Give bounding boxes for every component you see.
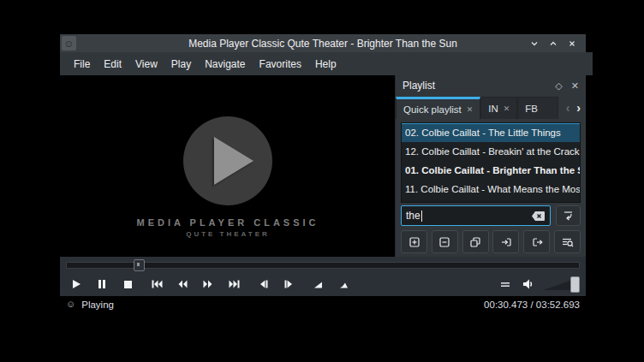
playlist-item[interactable]: 12. Colbie Caillat - Breakin' at the Cra… xyxy=(402,142,580,161)
skip-forward-button[interactable] xyxy=(221,274,247,294)
app-icon: ☺ xyxy=(62,36,76,50)
playlist-list: 02. Colbie Caillat - The Little Things 1… xyxy=(401,122,581,203)
maximize-button[interactable] xyxy=(546,37,560,50)
menu-edit[interactable]: Edit xyxy=(97,55,128,74)
marker-a-icon xyxy=(313,279,324,290)
transport-toolbar xyxy=(60,257,586,296)
goto-current-icon xyxy=(562,210,575,222)
search-list-icon xyxy=(561,236,574,248)
seek-handle[interactable] xyxy=(134,259,145,271)
fast-forward-icon xyxy=(202,278,214,290)
tab-in[interactable]: IN ✕ xyxy=(480,97,517,119)
window-title: Media Player Classic Qute Theater - Brig… xyxy=(60,38,586,50)
tab-label: IN xyxy=(488,104,498,114)
logo-title: MEDIA PLAYER CLASSIC xyxy=(60,217,396,228)
stop-button[interactable] xyxy=(115,274,140,294)
tab-scroll-right-icon[interactable]: › xyxy=(576,101,581,115)
minimize-button[interactable] xyxy=(528,37,541,50)
playlist-item[interactable]: 02. Colbie Caillat - The Little Things xyxy=(402,123,580,142)
menu-bar: File Edit View Play Navigate Favorites H… xyxy=(60,52,593,75)
playlist-tabbar: Quick playlist ✕ IN ✕ FB ‹ › xyxy=(396,97,586,119)
stop-icon xyxy=(122,278,134,290)
tab-scroll-left-icon[interactable]: ‹ xyxy=(566,101,570,115)
menu-view[interactable]: View xyxy=(128,55,164,74)
menu-help[interactable]: Help xyxy=(308,55,343,74)
skip-backward-icon xyxy=(151,278,164,290)
play-button[interactable] xyxy=(63,274,89,294)
export-icon xyxy=(531,236,543,248)
status-smiley-icon: ☺ xyxy=(66,300,75,309)
ab-marker-a-button[interactable] xyxy=(305,274,331,294)
close-panel-icon[interactable]: ✕ xyxy=(571,81,579,91)
import-playlist-button[interactable] xyxy=(492,230,519,253)
title-bar[interactable]: ☺ Media Player Classic Qute Theater - Br… xyxy=(60,34,586,52)
close-button[interactable] xyxy=(565,37,579,50)
frame-step-forward-button[interactable] xyxy=(276,274,301,294)
video-area[interactable]: MEDIA PLAYER CLASSIC QUTE THEATER xyxy=(60,75,396,257)
logo-subtitle: QUTE THEATER xyxy=(60,230,396,238)
step-forward-icon xyxy=(283,278,295,290)
logo-circle xyxy=(183,116,272,205)
float-panel-icon[interactable]: ◇ xyxy=(555,81,562,91)
ab-marker-b-button[interactable] xyxy=(331,274,356,294)
add-item-button[interactable] xyxy=(401,230,427,253)
volume-slider[interactable] xyxy=(544,276,580,292)
skip-backward-button[interactable] xyxy=(144,274,170,294)
rewind-button[interactable] xyxy=(170,274,195,294)
chevron-down-icon xyxy=(529,39,540,49)
play-icon xyxy=(70,278,82,290)
equalizer-menu-button[interactable] xyxy=(498,274,513,294)
quick-search-button[interactable] xyxy=(554,230,581,253)
duplicate-icon xyxy=(469,236,481,248)
menu-favorites[interactable]: Favorites xyxy=(253,55,308,74)
mpc-logo: MEDIA PLAYER CLASSIC QUTE THEATER xyxy=(60,75,396,257)
export-playlist-button[interactable] xyxy=(523,230,550,253)
search-text: the xyxy=(406,210,420,222)
scroll-to-current-button[interactable] xyxy=(556,205,581,226)
play-logo-icon xyxy=(214,137,253,185)
tab-label: FB xyxy=(525,104,538,114)
playlist-item[interactable]: 11. Colbie Caillat - What Means the Most xyxy=(402,180,580,199)
tab-quick-playlist[interactable]: Quick playlist ✕ xyxy=(396,97,480,119)
skip-forward-icon xyxy=(228,278,241,290)
app-window: ☺ Media Player Classic Qute Theater - Br… xyxy=(60,34,586,312)
playlist-toolbar xyxy=(401,230,581,252)
menu-file[interactable]: File xyxy=(67,55,97,74)
backspace-clear-icon xyxy=(531,211,546,222)
step-back-icon xyxy=(258,278,269,290)
volume-handle[interactable] xyxy=(570,276,580,293)
pause-button[interactable] xyxy=(89,274,115,294)
tab-close-icon[interactable]: ✕ xyxy=(504,104,510,113)
playlist-panel-header[interactable]: Playlist ◇ ✕ xyxy=(396,75,586,96)
smiley-icon: ☺ xyxy=(63,39,74,49)
chevron-up-icon xyxy=(548,39,558,49)
content-area: MEDIA PLAYER CLASSIC QUTE THEATER Playli… xyxy=(60,75,586,257)
playlist-search-input[interactable]: the xyxy=(401,205,551,226)
tab-close-icon[interactable]: ✕ xyxy=(467,105,474,114)
mute-button[interactable] xyxy=(520,274,537,294)
playback-state: Playing xyxy=(81,300,114,310)
tab-fb[interactable]: FB xyxy=(517,97,558,119)
pause-icon xyxy=(96,278,108,290)
clear-search-button[interactable] xyxy=(531,211,546,222)
speaker-icon xyxy=(522,278,535,290)
status-bar: ☺ Playing 00:30.473 / 03:52.693 xyxy=(60,296,586,312)
remove-icon xyxy=(438,236,450,248)
equals-icon xyxy=(500,279,510,289)
duplicate-playlist-button[interactable] xyxy=(462,230,489,253)
time-display: 00:30.473 / 03:52.693 xyxy=(484,300,580,310)
marker-b-icon xyxy=(338,279,349,290)
add-icon xyxy=(408,236,420,248)
fast-forward-button[interactable] xyxy=(195,274,221,294)
rewind-icon xyxy=(176,278,188,290)
seek-bar[interactable] xyxy=(66,262,580,269)
remove-item-button[interactable] xyxy=(432,230,458,253)
playlist-panel: Playlist ◇ ✕ Quick playlist ✕ IN ✕ FB xyxy=(395,75,586,257)
playlist-panel-title: Playlist xyxy=(402,80,435,92)
text-cursor xyxy=(421,211,422,222)
playlist-item-playing[interactable]: 01. Colbie Caillat - Brighter Than the S… xyxy=(402,161,580,180)
menu-play[interactable]: Play xyxy=(164,55,198,74)
frame-step-back-button[interactable] xyxy=(250,274,276,294)
menu-navigate[interactable]: Navigate xyxy=(198,55,252,74)
close-icon xyxy=(567,39,577,49)
